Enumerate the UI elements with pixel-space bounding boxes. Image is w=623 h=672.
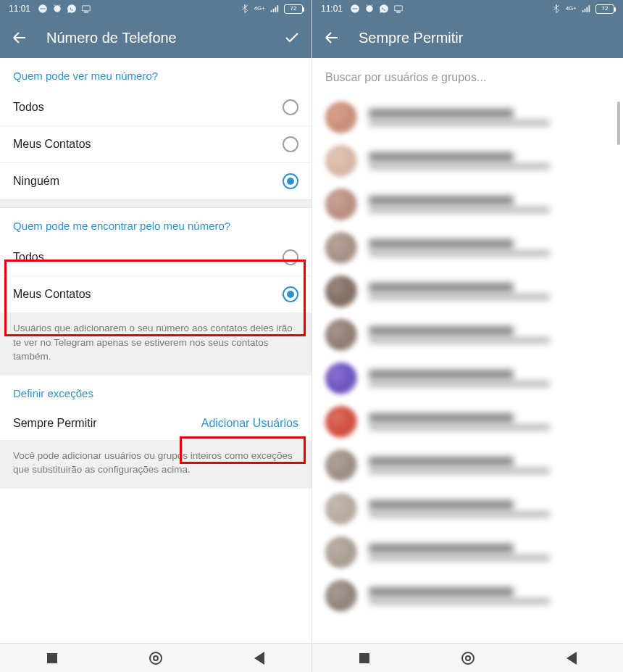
avatar	[325, 580, 357, 612]
always-allow-label: Sempre Permitir	[13, 417, 201, 430]
contact-sub-blur	[369, 511, 550, 518]
contact-text	[369, 283, 610, 300]
option-label: Ninguém	[13, 175, 283, 188]
list-item[interactable]	[312, 226, 623, 270]
avatar	[325, 406, 357, 438]
search-field[interactable]: Buscar por usuários e grupos...	[312, 58, 623, 96]
contact-name-blur	[369, 152, 514, 161]
list-item[interactable]	[312, 531, 623, 574]
signal-icon	[581, 4, 591, 14]
nav-back[interactable]	[563, 650, 580, 667]
contact-sub-blur	[369, 381, 550, 387]
list-item[interactable]	[312, 96, 623, 139]
nav-recent[interactable]	[356, 650, 373, 667]
status-icons-left	[38, 4, 91, 14]
option-label: Todos	[13, 101, 283, 114]
dnd-icon	[38, 4, 48, 14]
contact-text	[369, 457, 610, 474]
avatar	[325, 362, 357, 394]
status-time: 11:01	[9, 4, 30, 14]
contact-text	[369, 196, 610, 213]
network-type: 4G+	[254, 6, 265, 12]
contact-sub-blur	[369, 468, 550, 474]
app-bar: Número de Telefone	[0, 17, 312, 58]
list-item[interactable]	[312, 139, 623, 183]
radio-unchecked-icon	[283, 249, 298, 265]
list-item[interactable]	[312, 183, 623, 226]
battery-icon: 72	[595, 4, 614, 14]
scrollbar[interactable]	[617, 101, 620, 145]
list-item[interactable]	[312, 487, 623, 531]
avatar	[325, 449, 357, 481]
section-who-can-see: Quem pode ver meu número?	[0, 58, 312, 89]
contact-name-blur	[369, 109, 514, 117]
add-users-link[interactable]: Adicionar Usuários	[201, 417, 298, 430]
nav-home[interactable]	[147, 650, 164, 667]
whatsapp-icon	[379, 4, 389, 14]
option-everybody[interactable]: Todos	[0, 89, 312, 125]
list-item[interactable]	[312, 313, 623, 357]
alarm-icon	[52, 4, 62, 14]
row-always-allow[interactable]: Sempre Permitir Adicionar Usuários	[0, 407, 312, 440]
section-exceptions: Definir exceções	[0, 376, 312, 407]
contact-name-blur	[369, 326, 514, 335]
avatar	[325, 536, 357, 568]
radio-checked-icon	[283, 173, 298, 189]
contact-text	[369, 109, 610, 126]
avatar	[325, 493, 357, 525]
phone-left: 11:01 4G+ 72 Número de Telefone Quem pod…	[0, 0, 312, 672]
nav-back[interactable]	[251, 650, 268, 667]
list-item[interactable]	[312, 574, 623, 618]
option-nobody[interactable]: Ninguém	[0, 162, 312, 199]
nav-bar	[312, 643, 623, 672]
alarm-icon	[364, 4, 375, 14]
screen-icon	[393, 4, 404, 14]
contact-name-blur	[369, 544, 514, 552]
status-icons-right: 4G+ 72	[551, 4, 614, 14]
list-item[interactable]	[312, 357, 623, 400]
contact-list[interactable]	[312, 96, 623, 618]
app-bar: Sempre Permitir	[312, 17, 623, 58]
radio-unchecked-icon	[283, 99, 298, 115]
page-title: Sempre Permitir	[359, 30, 613, 46]
option-label: Todos	[13, 251, 283, 264]
nav-home[interactable]	[459, 650, 477, 667]
nav-recent[interactable]	[43, 650, 61, 667]
option-find-my-contacts[interactable]: Meus Contatos	[0, 275, 312, 312]
content: Quem pode ver meu número? Todos Meus Con…	[0, 58, 312, 643]
contact-text	[369, 326, 610, 344]
contact-name-blur	[369, 239, 514, 248]
contact-name-blur	[369, 370, 514, 378]
triangle-left-icon	[254, 652, 264, 665]
check-icon	[283, 29, 301, 46]
whatsapp-icon	[67, 4, 77, 14]
battery-icon: 72	[284, 4, 303, 14]
back-button[interactable]	[10, 28, 29, 47]
helper-find: Usuários que adicionarem o seu número ao…	[0, 312, 312, 376]
arrow-left-icon	[11, 29, 28, 46]
status-bar: 11:01 4G+ 72	[312, 0, 623, 17]
back-button[interactable]	[322, 28, 341, 47]
status-icons-left	[350, 4, 404, 14]
option-find-everybody[interactable]: Todos	[0, 239, 312, 275]
list-item[interactable]	[312, 444, 623, 487]
network-type: 4G+	[566, 6, 577, 12]
contact-name-blur	[369, 587, 514, 596]
signal-icon	[269, 4, 280, 14]
list-item[interactable]	[312, 400, 623, 444]
contact-sub-blur	[369, 250, 550, 257]
avatar	[325, 145, 357, 177]
list-item[interactable]	[312, 270, 623, 313]
confirm-button[interactable]	[283, 28, 301, 47]
square-icon	[359, 653, 369, 663]
contact-text	[369, 239, 610, 257]
status-time: 11:01	[321, 4, 343, 14]
option-label: Meus Contatos	[13, 288, 283, 301]
triangle-left-icon	[566, 652, 577, 665]
status-icons-right: 4G+ 72	[240, 4, 303, 14]
radio-unchecked-icon	[283, 136, 298, 152]
contact-sub-blur	[369, 555, 550, 561]
option-my-contacts[interactable]: Meus Contatos	[0, 125, 312, 162]
page-title: Número de Telefone	[46, 30, 265, 46]
contact-text	[369, 544, 610, 561]
